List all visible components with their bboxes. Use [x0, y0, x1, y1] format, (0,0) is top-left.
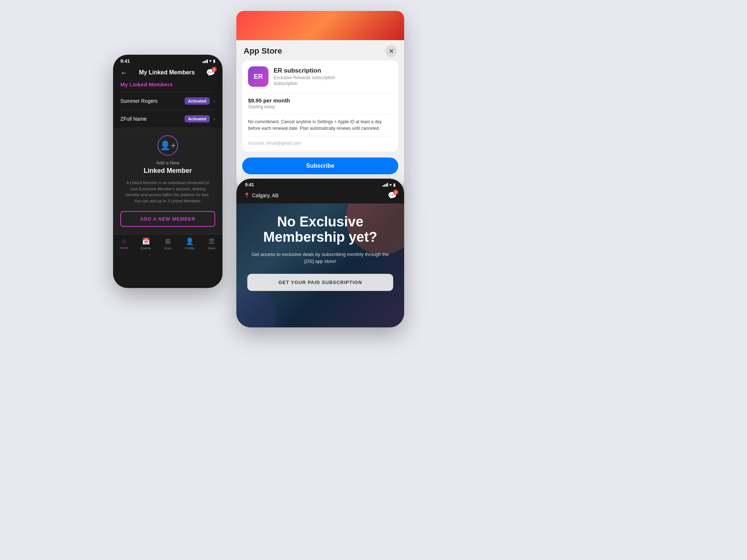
member-row-1[interactable]: Summer Rogers Activated › — [113, 92, 222, 110]
card-divider-3 — [248, 136, 392, 136]
hero-title: No Exclusive Membership yet? — [247, 214, 393, 245]
status-bar-left: 9:41 ▾ ▮ — [113, 55, 222, 65]
scan-icon: ⊞ — [165, 237, 171, 245]
nav-events-label: Events — [141, 246, 151, 250]
hero-content: No Exclusive Membership yet? Get access … — [236, 203, 404, 298]
add-a-new-label: Add a New — [156, 160, 179, 166]
account-row: Account: email@gmail.com — [248, 141, 392, 146]
linked-member-title: Linked Member — [144, 167, 192, 175]
add-user-icon: 👤+ — [160, 140, 176, 151]
card-divider-1 — [248, 93, 392, 93]
hero-section: No Exclusive Membership yet? Get access … — [236, 203, 404, 327]
nav-more-label: More — [208, 246, 216, 250]
phone-right: 9:41 ▾ ▮ 📍 Calgary, AB 💬 2 No Exclusive … — [236, 179, 404, 327]
starting-label: Starting today — [248, 104, 392, 109]
nav-scan[interactable]: ⊞ Scan — [157, 237, 179, 250]
notification-badge: 2 — [212, 67, 217, 72]
notifications-button[interactable]: 💬 2 — [206, 68, 215, 77]
nav-home[interactable]: ⌂ Home — [113, 237, 135, 250]
app-store-header: App Store ✕ — [236, 40, 404, 61]
card-divider-2 — [248, 114, 392, 114]
more-icon: ☰ — [209, 237, 214, 245]
add-member-button[interactable]: ADD A NEW MEMBER — [120, 211, 215, 227]
time-right: 9:41 — [245, 182, 254, 187]
chevron-icon-2: › — [213, 116, 215, 122]
price-label: $9.95 per month — [248, 97, 392, 104]
signal-bars — [202, 59, 208, 63]
nav-events[interactable]: 📅 Events — [135, 237, 157, 250]
app-category: Subscription — [274, 81, 335, 86]
app-info: ER subscription Exclusive Rewards subscr… — [274, 67, 335, 86]
header-left: ← My Linked Members 💬 2 — [113, 65, 222, 81]
app-store-bg — [236, 11, 404, 40]
wifi-icon: ▾ — [209, 59, 212, 63]
nav-scan-label: Scan — [164, 246, 172, 250]
section-title-left: My Linked Members — [113, 81, 222, 92]
app-subtitle: Exclusive Rewards subscription — [274, 75, 335, 80]
pin-icon: 📍 — [244, 192, 250, 198]
app-store-title: App Store — [244, 46, 282, 56]
phone-left: 9:41 ▾ ▮ ← My Linked Members 💬 2 My Link… — [113, 55, 222, 288]
back-button[interactable]: ← — [120, 69, 128, 77]
signal-bars-right — [383, 183, 388, 187]
notifications-button-right[interactable]: 💬 2 — [388, 191, 397, 200]
member-row-right-1: Activated › — [185, 97, 215, 105]
member-name-1: Summer Rogers — [120, 98, 158, 104]
location-label: Calgary, AB — [252, 192, 279, 198]
app-name: ER subscription — [274, 67, 335, 74]
app-icon: ER — [248, 66, 268, 87]
get-subscription-button[interactable]: GET YOUR PAID SUBSCRIPTION — [247, 274, 393, 291]
add-user-icon-circle: 👤+ — [158, 135, 178, 156]
time-left: 9:41 — [120, 58, 130, 64]
nav-profile[interactable]: 👤 Profile — [179, 237, 201, 250]
battery-icon: ▮ — [213, 59, 215, 63]
page-title-left: My Linked Members — [139, 69, 195, 76]
nav-home-label: Home — [120, 246, 128, 250]
app-description: No commitment. Cancel anytime in Setting… — [248, 118, 392, 132]
wifi-icon-right: ▾ — [390, 183, 392, 187]
bottom-nav-left: ⌂ Home 📅 Events ⊞ Scan 👤 Profile ☰ More — [113, 234, 222, 252]
member-name-2: ZFull Name — [120, 116, 147, 122]
status-bar-right: 9:41 ▾ ▮ — [236, 179, 404, 189]
location-row: 📍 Calgary, AB 💬 2 — [236, 189, 404, 203]
events-icon: 📅 — [142, 237, 150, 245]
member-row-2[interactable]: ZFull Name Activated › — [113, 110, 222, 128]
app-card-header: ER ER subscription Exclusive Rewards sub… — [248, 66, 392, 87]
close-button[interactable]: ✕ — [385, 45, 397, 57]
app-card: ER ER subscription Exclusive Rewards sub… — [242, 61, 398, 152]
activated-badge-1: Activated — [185, 97, 210, 105]
nav-more[interactable]: ☰ More — [201, 237, 222, 250]
location-left: 📍 Calgary, AB — [244, 192, 279, 198]
status-icons-right: ▾ ▮ — [383, 183, 395, 187]
profile-icon: 👤 — [186, 237, 194, 245]
add-member-section: 👤+ Add a New Linked Member A Linked Memb… — [113, 128, 222, 234]
notification-badge-right: 2 — [393, 190, 398, 195]
nav-profile-label: Profile — [185, 246, 194, 250]
chevron-icon-1: › — [213, 98, 215, 104]
app-store-sheet: App Store ✕ ER ER subscription Exclusive… — [236, 11, 404, 187]
linked-member-description: A Linked Member is an individual connect… — [120, 180, 215, 204]
subscribe-button[interactable]: Subscribe — [242, 158, 398, 174]
home-icon: ⌂ — [122, 237, 126, 245]
price-row: $9.95 per month Starting today — [248, 97, 392, 109]
status-icons-left: ▾ ▮ — [202, 59, 215, 63]
hero-description: Get access to exclusive deals by subscri… — [247, 251, 393, 265]
activated-badge-2: Activated — [185, 115, 210, 122]
battery-icon-right: ▮ — [393, 183, 395, 187]
member-row-right-2: Activated › — [185, 115, 215, 122]
